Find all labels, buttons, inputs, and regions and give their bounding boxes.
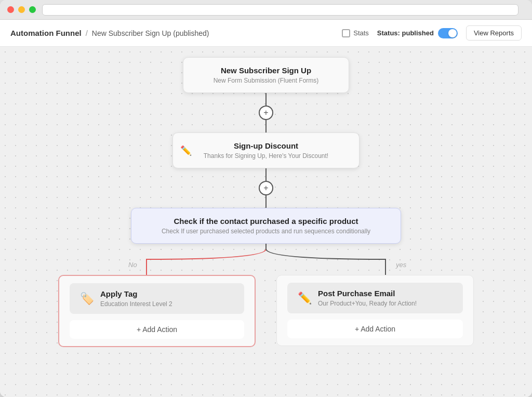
post-purchase-text: Post Purchase Email Our Product+You, Rea… [318, 289, 417, 307]
apply-tag-subtitle: Education Interest Level 2 [100, 300, 172, 308]
trigger-subtitle: New Form Submission (Fluent Forms) [196, 77, 336, 84]
action-node-1[interactable]: ✏️ Sign-up Discount Thanks for Signing U… [172, 133, 360, 168]
condition-title: Check if the contact purchased a specifi… [144, 217, 388, 226]
app-window: Automation Funnel / New Subscriber Sign … [0, 0, 532, 397]
branches-row: 🏷️ Apply Tag Education Interest Level 2 … [37, 275, 495, 347]
status-toggle[interactable] [438, 28, 458, 38]
add-button-1[interactable]: + [259, 105, 273, 120]
post-purchase-subtitle: Our Product+You, Ready for Action! [318, 300, 417, 307]
post-purchase-icon: ✏️ [298, 292, 312, 305]
branch-wrapper: No yes 🏷️ Apply Tag [37, 244, 495, 347]
close-button[interactable] [7, 6, 14, 13]
flow-container: New Subscriber Sign Up New Form Submissi… [0, 57, 532, 347]
connector-3 [265, 168, 267, 181]
apply-tag-title: Apply Tag [100, 289, 172, 298]
apply-tag-icon: 🏷️ [80, 292, 94, 306]
window-controls [7, 6, 36, 13]
trigger-title: New Subscriber Sign Up [196, 66, 336, 75]
stats-label: Stats [353, 29, 369, 37]
breadcrumb-separator: / [86, 29, 88, 37]
apply-tag-inner: 🏷️ Apply Tag Education Interest Level 2 [70, 283, 244, 314]
titlebar [0, 0, 532, 20]
svg-text:yes: yes [395, 261, 407, 269]
header: Automation Funnel / New Subscriber Sign … [0, 20, 532, 47]
trigger-node[interactable]: New Subscriber Sign Up New Form Submissi… [183, 57, 349, 93]
view-reports-button[interactable]: View Reports [466, 25, 522, 41]
add-action-left-button[interactable]: + Add Action [70, 320, 244, 339]
breadcrumb: Automation Funnel / New Subscriber Sign … [10, 29, 342, 37]
right-branch-card[interactable]: ✏️ Post Purchase Email Our Product+You, … [276, 275, 474, 346]
left-branch-card[interactable]: 🏷️ Apply Tag Education Interest Level 2 … [58, 275, 256, 347]
post-purchase-title: Post Purchase Email [318, 289, 417, 298]
maximize-button[interactable] [29, 6, 36, 13]
status-label: Status: published [377, 29, 434, 37]
header-actions: Stats Status: published View Reports [342, 25, 522, 41]
address-bar[interactable] [42, 4, 518, 16]
apply-tag-text: Apply Tag Education Interest Level 2 [100, 289, 172, 308]
add-button-2[interactable]: + [259, 181, 273, 195]
post-purchase-inner: ✏️ Post Purchase Email Our Product+You, … [287, 283, 463, 313]
connector-1 [265, 93, 267, 105]
stats-checkbox [342, 29, 350, 37]
add-action-right-button[interactable]: + Add Action [287, 320, 463, 338]
connector-4 [265, 195, 267, 208]
connector-2 [265, 120, 267, 133]
svg-text:No: No [128, 261, 137, 269]
minimize-button[interactable] [18, 6, 25, 13]
branch-right: ✏️ Post Purchase Email Our Product+You, … [266, 275, 484, 347]
branch-left: 🏷️ Apply Tag Education Interest Level 2 … [48, 275, 266, 347]
breadcrumb-main: Automation Funnel [10, 29, 82, 37]
status-badge: Status: published [377, 28, 458, 38]
action-1-title: Sign-up Discount [185, 141, 347, 150]
breadcrumb-sub: New Subscriber Sign Up (published) [92, 29, 209, 37]
toggle-knob [448, 29, 457, 37]
canvas: New Subscriber Sign Up New Form Submissi… [0, 47, 532, 397]
action-1-subtitle: Thanks for Signing Up, Here's Your Disco… [185, 152, 347, 160]
branch-svg: No yes [37, 244, 495, 275]
condition-subtitle: Check If user purchased selected product… [144, 228, 388, 235]
condition-node[interactable]: Check if the contact purchased a specifi… [131, 208, 401, 244]
stats-toggle[interactable]: Stats [342, 29, 369, 37]
action-1-icon: ✏️ [180, 145, 192, 156]
